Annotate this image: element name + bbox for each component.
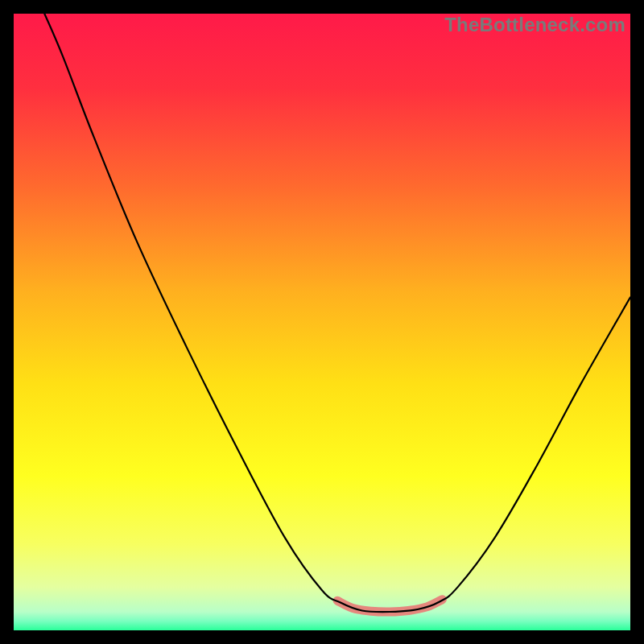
highlight-band	[337, 600, 442, 612]
watermark-text: TheBottleneck.com	[444, 14, 625, 36]
curve-layer	[14, 14, 630, 630]
chart-frame: TheBottleneck.com	[0, 0, 644, 644]
bottleneck-curve	[44, 14, 630, 612]
plot-area: TheBottleneck.com	[14, 14, 630, 630]
